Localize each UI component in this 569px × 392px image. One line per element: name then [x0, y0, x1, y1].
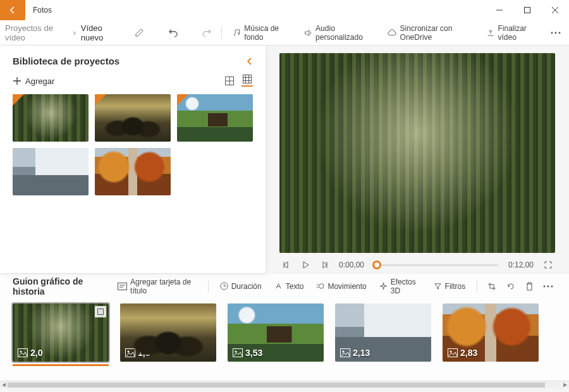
window-controls [486, 0, 569, 20]
horizontal-scrollbar[interactable]: ◀ ▶ [0, 381, 569, 388]
timeline-slider[interactable] [374, 264, 498, 266]
clip-duration: 1,5 [125, 348, 150, 358]
text-label: Texto [286, 282, 304, 291]
clip-thumbnail: 2,0 [13, 303, 109, 362]
slider-knob[interactable] [372, 260, 381, 269]
breadcrumb: Proyectos de vídeo › Vídeo nuevo [5, 23, 122, 42]
view-large-grid-button[interactable] [224, 75, 235, 87]
cloud-icon [387, 28, 397, 37]
duration-label: Duración [231, 282, 262, 291]
clip-thumbnail: 1,5 [120, 303, 216, 362]
minimize-button[interactable] [486, 0, 513, 20]
play-button[interactable] [301, 260, 310, 269]
playback-controls: 0:00,00 0:12,00 [279, 253, 555, 269]
scroll-right-button[interactable]: ▶ [561, 382, 569, 388]
close-button[interactable] [541, 0, 569, 20]
custom-audio-button[interactable]: Audio personalizado [300, 21, 381, 44]
clip-thumbnail: 3,53 [228, 303, 324, 362]
library-title: Biblioteca de proyectos [13, 56, 119, 66]
edit-icon[interactable] [131, 23, 148, 42]
svg-point-3 [554, 32, 556, 34]
clip-duration: 2,0 [18, 348, 42, 358]
image-icon [340, 348, 350, 357]
bg-music-button[interactable]: Música de fondo [228, 21, 297, 44]
clip-selection-underline [13, 364, 109, 366]
image-icon [448, 348, 458, 357]
finish-label: Finalizar vídeo [498, 24, 541, 42]
preview-image[interactable] [279, 53, 555, 253]
svg-point-19 [319, 284, 324, 288]
audio-icon [303, 28, 312, 37]
library-thumb[interactable] [177, 94, 253, 142]
filter-icon [434, 282, 442, 290]
add-media-button[interactable]: Agregar [13, 77, 54, 86]
export-icon [486, 28, 495, 37]
sync-onedrive-button[interactable]: Sincronizar con OneDrive [383, 21, 480, 44]
image-icon [125, 348, 135, 357]
svg-point-24 [551, 285, 553, 287]
svg-rect-30 [233, 349, 243, 357]
library-thumb[interactable] [13, 94, 89, 142]
svg-point-22 [544, 285, 546, 287]
motion-label: Movimiento [327, 282, 366, 291]
duration-button[interactable]: Duración [215, 279, 267, 293]
sparkle-icon [379, 282, 388, 290]
finish-video-button[interactable]: Finalizar vídeo [482, 21, 545, 44]
more-button[interactable] [547, 23, 564, 42]
svg-point-31 [235, 351, 237, 353]
image-icon [18, 348, 28, 357]
clock-icon [220, 282, 228, 290]
back-button[interactable] [0, 0, 25, 20]
svg-point-29 [128, 351, 130, 353]
custom-audio-label: Audio personalizado [315, 24, 377, 42]
svg-point-33 [343, 351, 345, 353]
undo-button[interactable] [164, 23, 181, 42]
add-title-card-button[interactable]: Agregar tarjeta de título [113, 275, 202, 298]
bg-music-label: Música de fondo [244, 24, 293, 42]
toolbar: Proyectos de vídeo › Vídeo nuevo Música … [0, 20, 569, 46]
storyboard-clips[interactable]: 2,01,53,532,132,83 [0, 298, 569, 381]
used-marker-icon [95, 94, 106, 106]
storyboard-more-button[interactable] [540, 277, 556, 296]
redo-button[interactable] [198, 23, 215, 42]
maximize-button[interactable] [513, 0, 541, 20]
svg-rect-34 [448, 349, 458, 357]
storyboard-clip[interactable]: 2,13 [335, 303, 431, 362]
title-card-icon [118, 283, 127, 290]
fullscreen-button[interactable] [544, 260, 553, 269]
library-thumb[interactable] [13, 148, 89, 195]
add-label: Agregar [25, 77, 54, 86]
svg-rect-15 [118, 283, 127, 290]
view-small-grid-button[interactable] [242, 75, 253, 87]
rotate-button[interactable] [503, 277, 519, 296]
text-icon [274, 282, 283, 290]
clip-duration: 2,13 [340, 348, 370, 358]
sync-label: Sincronizar con OneDrive [400, 24, 476, 42]
filters-button[interactable]: Filtros [429, 279, 471, 293]
3d-effects-button[interactable]: Efectos 3D [374, 275, 426, 298]
storyboard-clip[interactable]: 1,5 [120, 303, 216, 362]
filters-label: Filtros [445, 282, 466, 291]
storyboard-clip[interactable]: 2,83 [443, 303, 539, 362]
scrollbar-thumb[interactable] [8, 383, 545, 388]
resize-handle-icon[interactable] [95, 306, 106, 317]
delete-button[interactable] [522, 277, 538, 296]
storyboard-clip[interactable]: 3,53 [228, 303, 324, 362]
collapse-library-button[interactable] [245, 57, 253, 66]
motion-button[interactable]: Movimiento [311, 279, 371, 293]
used-marker-icon [177, 94, 188, 106]
text-button[interactable]: Texto [269, 279, 309, 293]
next-frame-button[interactable] [320, 260, 329, 269]
storyboard-clip[interactable]: 2,0 [13, 303, 109, 366]
library-panel: Biblioteca de proyectos Agregar [0, 46, 266, 273]
library-thumb[interactable] [95, 148, 171, 195]
scroll-left-button[interactable]: ◀ [0, 382, 8, 388]
breadcrumb-root[interactable]: Proyectos de vídeo [5, 23, 68, 42]
storyboard-title: Guion gráfico de historia [13, 276, 102, 297]
svg-point-26 [20, 351, 22, 353]
prev-frame-button[interactable] [282, 260, 291, 269]
library-thumb[interactable] [95, 94, 171, 142]
breadcrumb-current[interactable]: Vídeo nuevo [81, 23, 122, 47]
svg-rect-27 [98, 309, 104, 315]
crop-button[interactable] [484, 277, 500, 296]
